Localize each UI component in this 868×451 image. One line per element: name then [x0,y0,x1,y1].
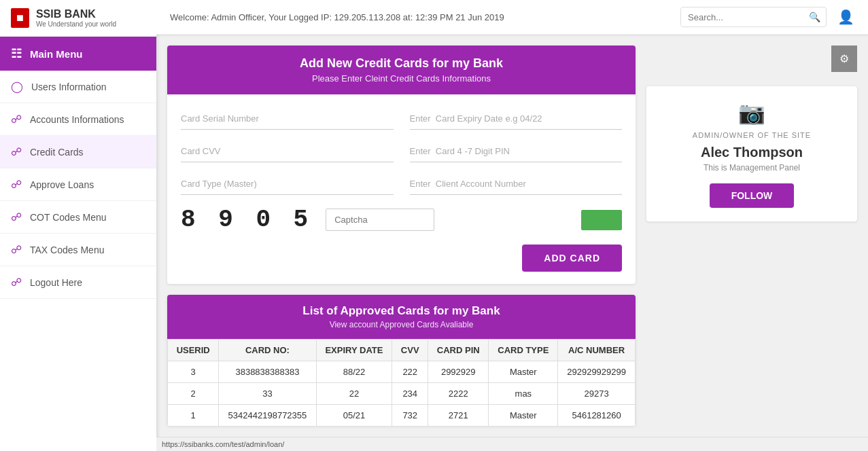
table-header-row: USERID CARD NO: EXPIRY DATE CVV CARD PIN… [168,340,636,361]
approved-cards-header: List of Approved Cards for my Bank View … [167,295,636,339]
status-url: https://ssibanks.com/test/admin/loan/ [162,440,284,448]
logo-icon: ■ [11,8,29,28]
card-type-field [181,173,394,195]
col-pin: CARD PIN [428,340,489,361]
logo-name: SSIB BANK [36,8,116,20]
cell-cvv: 222 [392,361,428,383]
add-card-button[interactable]: ADD CARD [522,245,622,272]
cell-expiry: 88/22 [316,361,392,383]
main-menu-button[interactable]: ☷ Main Menu [0,37,156,71]
card-cvv-field [181,141,394,162]
cell-expiry: 22 [316,383,392,405]
settings-button[interactable]: ⚙ [831,46,857,72]
card-cvv-input[interactable] [181,141,394,162]
col-card-no: CARD NO: [219,340,316,361]
sidebar-item-label: Approve Loans [30,179,94,190]
card-serial-input[interactable] [181,108,394,130]
right-panel: ⚙ 📷 ADMIN/OWNER OF THE SITE Alec Thompso… [646,46,857,426]
approved-cards-title: List of Approved Cards for my Bank [177,304,626,318]
cell-card-no: 3838838388383 [219,361,316,383]
loan-icon: ☍ [11,178,22,191]
clipboard-icon: ☍ [11,113,22,126]
sidebar-item-accounts-informations[interactable]: ☍ Accounts Informations [0,103,156,136]
search-icon[interactable]: 🔍 [803,7,826,26]
sidebar-item-tax-codes-menu[interactable]: ☍ TAX Codes Menu [0,234,156,266]
profile-icon: 📷 [738,100,765,126]
client-account-field [410,173,623,195]
table-row: 2 33 22 234 2222 mas 29273 [168,383,636,405]
profile-role: ADMIN/OWNER OF THE SITE [693,131,811,139]
tax-icon: ☍ [11,243,22,256]
main-menu-label: Main Menu [30,48,83,60]
col-account: A/C NUMBER [558,340,636,361]
status-bar: https://ssibanks.com/test/admin/loan/ [156,437,868,451]
sidebar-item-approve-loans[interactable]: ☍ Approve Loans [0,168,156,201]
sidebar-item-label: COT Codes Menu [30,212,107,223]
cell-cvv: 732 [392,405,428,426]
cell-type: mas [489,383,558,405]
logo-text: SSIB BANK We Understand your world [36,8,116,28]
cell-pin: 2992929 [428,361,489,383]
sidebar-item-users-information[interactable]: ◯ Users Information [0,71,156,103]
cell-account: 5461281260 [558,405,636,426]
profile-description: This is Management Panel [704,163,800,173]
cell-userid: 2 [168,383,219,405]
header: Welcome: Admin Officer, Your Logged IP: … [156,0,868,35]
approved-cards-card: List of Approved Cards for my Bank View … [167,295,636,426]
card-type-input[interactable] [181,173,394,195]
captcha-input[interactable] [326,209,434,231]
cell-card-no: 33 [219,383,316,405]
cell-pin: 2721 [428,405,489,426]
welcome-text: Welcome: Admin Officer, Your Logged IP: … [170,12,504,22]
user-account-icon[interactable]: 👤 [837,9,854,25]
grid-icon: ☷ [11,46,22,61]
cell-expiry: 05/21 [316,405,392,426]
table-row: 1 5342442198772355 05/21 732 2721 Master… [168,405,636,426]
profile-card: 📷 ADMIN/OWNER OF THE SITE Alec Thompson … [646,86,857,221]
cell-pin: 2222 [428,383,489,405]
col-expiry: EXPIRY DATE [316,340,392,361]
cell-type: Master [489,405,558,426]
add-card-body: 8 9 0 5 ADD CARD [167,94,636,284]
cell-type: Master [489,361,558,383]
cell-userid: 3 [168,361,219,383]
captcha-verify-indicator [581,210,622,230]
search-box[interactable]: 🔍 [680,7,827,27]
sidebar-item-logout-here[interactable]: ☍ Logout Here [0,266,156,299]
col-cvv: CVV [392,340,428,361]
logout-icon: ☍ [11,276,22,289]
approved-cards-table: USERID CARD NO: EXPIRY DATE CVV CARD PIN… [167,339,636,426]
logo-tagline: We Understand your world [36,20,116,28]
sidebar-item-cot-codes-menu[interactable]: ☍ COT Codes Menu [0,201,156,234]
sidebar-item-credit-cards[interactable]: ☍ Credit Cards [0,136,156,168]
client-account-input[interactable] [410,173,623,195]
logo: ■ SSIB BANK We Understand your world [0,0,156,37]
add-card-subtitle: Please Enter Cleint Credit Cards Informa… [178,73,625,84]
sidebar-item-label: Logout Here [30,277,82,288]
search-input[interactable] [681,8,803,26]
sidebar-item-label: Accounts Informations [30,114,124,125]
captcha-value: 8 9 0 5 [181,206,312,234]
cell-userid: 1 [168,405,219,426]
captcha-row: 8 9 0 5 [181,206,622,234]
card-serial-field [181,108,394,130]
sidebar-item-label: Users Information [31,82,106,92]
card-pin-input[interactable] [410,141,623,162]
profile-name: Alec Thompson [701,145,803,160]
cell-account: 29273 [558,383,636,405]
user-icon: ◯ [11,80,23,93]
main-content: Welcome: Admin Officer, Your Logged IP: … [156,0,868,451]
cell-cvv: 234 [392,383,428,405]
sidebar: ■ SSIB BANK We Understand your world ☷ M… [0,0,156,451]
col-type: CARD TYPE [489,340,558,361]
follow-button[interactable]: FOLLOW [710,183,795,208]
approved-cards-subtitle: View account Approved Cards Avaliable [177,320,626,329]
cot-icon: ☍ [11,211,22,223]
sidebar-item-label: Credit Cards [30,147,84,158]
card-expiry-input[interactable] [410,108,623,130]
sidebar-item-label: TAX Codes Menu [30,245,104,255]
form-grid [181,108,622,195]
card-expiry-field [410,108,623,130]
table-row: 3 3838838388383 88/22 222 2992929 Master… [168,361,636,383]
card-icon: ☍ [11,145,22,158]
